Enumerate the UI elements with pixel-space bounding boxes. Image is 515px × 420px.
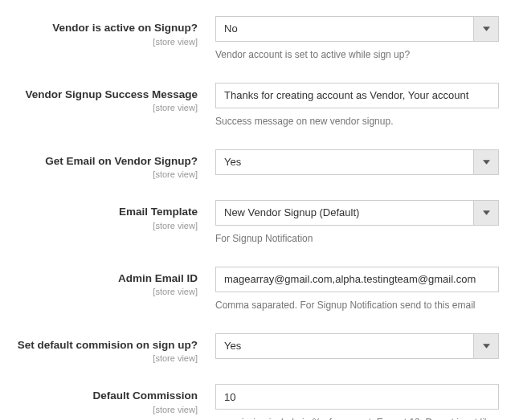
field-email-template: Email Template [store view] New Vendor S… [16,200,499,246]
label-col: Get Email on Vendor Signup? [store view] [16,149,215,180]
field-default-commission: Default Commission [store view] commissi… [16,384,499,420]
input-col: Yes [215,149,499,175]
select-value: Yes [215,149,499,175]
label-col: Vendor is active on Signup? [store view] [16,16,215,47]
field-label: Email Template [16,205,198,219]
help-text: Comma saparated. For Signup Notification… [215,299,499,312]
field-get-email: Get Email on Vendor Signup? [store view]… [16,149,499,180]
input-col: Success message on new vendor signup. [215,83,499,128]
label-col: Set default commision on sign up? [store… [16,333,215,364]
help-text: commission include in % of payment..Ex- … [215,416,499,420]
scope-label: [store view] [16,287,198,296]
field-vendor-active: Vendor is active on Signup? [store view]… [16,16,499,62]
field-label: Admin Email ID [16,271,198,286]
success-message-input[interactable] [215,83,499,108]
default-commission-flag-select[interactable]: Yes [215,333,499,359]
input-col: No Vendor account is set to active while… [215,16,499,62]
scope-label: [store view] [16,103,198,112]
field-label: Vendor Signup Success Message [16,88,198,102]
get-email-select[interactable]: Yes [215,149,499,175]
default-commission-input[interactable] [215,384,499,410]
help-text: Success message on new vendor signup. [215,115,499,128]
select-value: No [215,16,499,42]
label-col: Vendor Signup Success Message [store vie… [16,83,215,113]
field-default-commission-flag: Set default commision on sign up? [store… [16,333,499,364]
select-value: New Vendor Signup (Default) [215,200,499,226]
input-col: commission include in % of payment..Ex- … [215,384,499,420]
email-template-select[interactable]: New Vendor Signup (Default) [215,200,499,226]
chevron-down-icon [473,149,499,175]
scope-label: [store view] [16,221,198,230]
chevron-down-icon [473,16,499,42]
field-admin-email: Admin Email ID [store view] Comma sapara… [16,267,499,312]
label-col: Default Commission [store view] [16,384,215,414]
admin-email-input[interactable] [215,267,499,292]
scope-label: [store view] [16,353,198,363]
scope-label: [store view] [16,169,198,179]
input-col: Yes [215,333,499,359]
help-text: Vendor account is set to active while si… [215,48,499,62]
label-col: Admin Email ID [store view] [16,267,215,297]
chevron-down-icon [473,333,499,359]
field-label: Get Email on Vendor Signup? [16,154,198,169]
scope-label: [store view] [16,405,198,414]
vendor-active-select[interactable]: No [215,16,499,42]
scope-label: [store view] [16,37,198,47]
field-label: Set default commision on sign up? [16,338,198,353]
input-col: New Vendor Signup (Default) For Signup N… [215,200,499,246]
field-label: Default Commission [16,389,198,403]
select-value: Yes [215,333,499,359]
chevron-down-icon [473,200,499,226]
field-success-message: Vendor Signup Success Message [store vie… [16,83,499,128]
help-text: For Signup Notification [215,232,499,246]
label-col: Email Template [store view] [16,200,215,230]
field-label: Vendor is active on Signup? [16,21,198,35]
input-col: Comma saparated. For Signup Notification… [215,267,499,312]
